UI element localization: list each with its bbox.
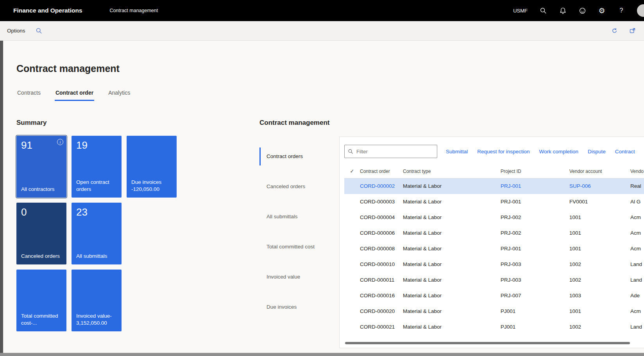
project-id-cell: PJ001 xyxy=(501,319,569,335)
action-pane-right xyxy=(610,27,636,35)
action-submittal[interactable]: Submittal xyxy=(446,149,468,155)
contract-order-cell: CORD-000016 xyxy=(360,288,403,304)
contract-order-cell: CORD-000004 xyxy=(360,210,403,225)
open-in-new-window-icon[interactable] xyxy=(628,27,636,35)
contract-type-cell: Material & Labor xyxy=(403,319,501,335)
row-select-cell[interactable] xyxy=(344,257,360,272)
table-row[interactable]: CORD-000011Material & LaborPRJ-0031002La… xyxy=(344,272,644,288)
contract-order-cell: CORD-000010 xyxy=(360,257,403,272)
table-row[interactable]: CORD-000003Material & LaborPRJ-001FV0001… xyxy=(344,194,644,210)
row-select-cell[interactable] xyxy=(344,288,360,304)
summary-tile-all-contractors[interactable]: i91All contractors xyxy=(16,136,66,198)
column-header-contract-type[interactable]: Contract type xyxy=(403,165,501,178)
table-row[interactable]: CORD-000016Material & LaborPRJ-0071003Ad… xyxy=(344,288,644,304)
project-id-cell: PRJ-002 xyxy=(501,225,569,241)
contract-order-cell: CORD-000008 xyxy=(360,241,403,257)
tile-label: Canceled orders xyxy=(21,253,62,261)
select-all-header[interactable]: ✓ xyxy=(344,165,360,178)
tile-label: Invoiced value- 3,152,050.00 xyxy=(76,313,117,327)
panel-nav-total-committed-cost[interactable]: Total committed cost xyxy=(259,232,339,262)
table-row[interactable]: CORD-000010Material & LaborPRJ-0031002La… xyxy=(344,257,644,272)
column-header-contract-order[interactable]: Contract order xyxy=(360,165,403,178)
row-select-cell[interactable] xyxy=(344,272,360,288)
table-row[interactable]: CORD-000004Material & LaborPRJ-0021001Ac… xyxy=(344,210,644,225)
row-select-cell[interactable] xyxy=(344,178,360,194)
panel-nav-due-invoices[interactable]: Due invoices xyxy=(259,292,339,322)
app-title[interactable]: Finance and Operations xyxy=(13,7,82,14)
vendor-account-cell: SUP-006 xyxy=(569,178,630,194)
panel-nav-contract-orders[interactable]: Contract orders xyxy=(259,141,339,171)
user-avatar[interactable] xyxy=(637,4,644,17)
table-row[interactable]: CORD-000020Material & LaborPJ0011001Acm xyxy=(344,304,644,319)
summary-tile-invoiced-value-3-152-050-00[interactable]: Invoiced value- 3,152,050.00 xyxy=(72,270,122,331)
table-row[interactable]: CORD-000008Material & LaborPRJ-0011001Ac… xyxy=(344,241,644,257)
refresh-icon[interactable] xyxy=(610,27,618,35)
vendor-account-cell: 1001 xyxy=(569,241,630,257)
tab-contract-order[interactable]: Contract order xyxy=(55,87,94,101)
summary-tile-total-committed-cost[interactable]: Total committed cost-... xyxy=(16,270,66,331)
nav-collapsed-strip[interactable] xyxy=(0,41,3,356)
summary-tiles: i91All contractors19Open contract orders… xyxy=(16,136,246,331)
contract-order-cell: CORD-000011 xyxy=(360,272,403,288)
tab-contracts[interactable]: Contracts xyxy=(16,87,41,101)
action-pane-search-icon[interactable] xyxy=(36,27,42,34)
vendor-name-cell: Ade xyxy=(630,288,644,304)
horizontal-scrollbar-thumb[interactable] xyxy=(345,342,630,344)
row-select-cell[interactable] xyxy=(344,194,360,210)
summary-tile-canceled-orders[interactable]: 0Canceled orders xyxy=(16,203,66,264)
tile-label: All submittals xyxy=(76,253,117,261)
search-icon[interactable] xyxy=(539,7,547,14)
workspace-main: Contract management ContractsContract or… xyxy=(3,41,644,356)
row-select-cell[interactable] xyxy=(344,210,360,225)
project-id-cell: PRJ-007 xyxy=(501,288,569,304)
action-request-for-inspection[interactable]: Request for inspection xyxy=(477,149,530,155)
table-row[interactable]: CORD-000021Material & LaborPJ0011002Land xyxy=(344,319,644,335)
company-picker[interactable]: USMF xyxy=(513,8,528,14)
vendor-name-cell: Acm xyxy=(630,210,644,225)
panel-nav-list: Contract ordersCanceled ordersAll submit… xyxy=(259,137,339,348)
contract-type-cell: Material & Labor xyxy=(403,272,501,288)
contract-type-cell: Material & Labor xyxy=(403,288,501,304)
contract-order-cell: CORD-000002 xyxy=(360,178,403,194)
tab-analytics[interactable]: Analytics xyxy=(107,87,131,101)
table-row[interactable]: CORD-000006Material & LaborPRJ-0021001Ac… xyxy=(344,225,644,241)
panel-nav-canceled-orders[interactable]: Canceled orders xyxy=(259,171,339,201)
help-icon[interactable]: ? xyxy=(617,7,625,14)
table-row[interactable]: CORD-000002Material & LaborPRJ-001SUP-00… xyxy=(344,178,644,194)
column-header-vendo[interactable]: Vendo xyxy=(630,165,644,178)
contract-order-cell: CORD-000021 xyxy=(360,319,403,335)
workspace-tabs: ContractsContract orderAnalytics xyxy=(16,87,644,101)
feedback-smiley-icon[interactable] xyxy=(578,7,586,14)
options-menu[interactable]: Options xyxy=(7,28,25,34)
action-work-completion[interactable]: Work completion xyxy=(539,149,578,155)
notifications-bell-icon[interactable] xyxy=(559,7,567,14)
action-dispute[interactable]: Dispute xyxy=(588,149,606,155)
row-select-cell[interactable] xyxy=(344,319,360,335)
column-header-vendor-account[interactable]: Vendor account xyxy=(569,165,630,178)
summary-tile-due-invoices-120-050-00[interactable]: Due invoices -120,050.00 xyxy=(127,136,177,198)
row-select-cell[interactable] xyxy=(344,225,360,241)
filter-input[interactable] xyxy=(356,148,434,155)
summary-tile-open-contract-orders[interactable]: 19Open contract orders xyxy=(72,136,122,198)
tile-value: 23 xyxy=(76,207,117,218)
tile-label: All contractors xyxy=(21,186,62,194)
breadcrumb[interactable]: Contract management xyxy=(110,8,158,13)
action-contract[interactable]: Contract xyxy=(615,149,635,155)
contract-type-cell: Material & Labor xyxy=(403,225,501,241)
window-bottom-edge xyxy=(0,353,644,356)
panel-nav-all-submittals[interactable]: All submittals xyxy=(259,201,339,232)
filter-box xyxy=(344,145,437,158)
summary-tile-all-submittals[interactable]: 23All submittals xyxy=(72,203,122,264)
panel-nav-invoiced-value[interactable]: Invoiced value xyxy=(259,262,339,292)
settings-gear-icon[interactable]: ⚙ xyxy=(598,7,606,14)
contract-order-cell: CORD-000003 xyxy=(360,194,403,210)
workspace-columns: Summary i91All contractors19Open contrac… xyxy=(13,119,644,356)
tile-label: Total committed cost-... xyxy=(21,313,62,327)
row-select-cell[interactable] xyxy=(344,304,360,319)
column-header-project-id[interactable]: Project ID xyxy=(501,165,569,178)
filter-search-icon xyxy=(348,149,353,154)
contract-orders-grid: ✓Contract orderContract typeProject IDVe… xyxy=(344,165,644,335)
row-select-cell[interactable] xyxy=(344,241,360,257)
tile-value: 19 xyxy=(76,140,117,151)
vendor-account-cell: 1002 xyxy=(569,257,630,272)
